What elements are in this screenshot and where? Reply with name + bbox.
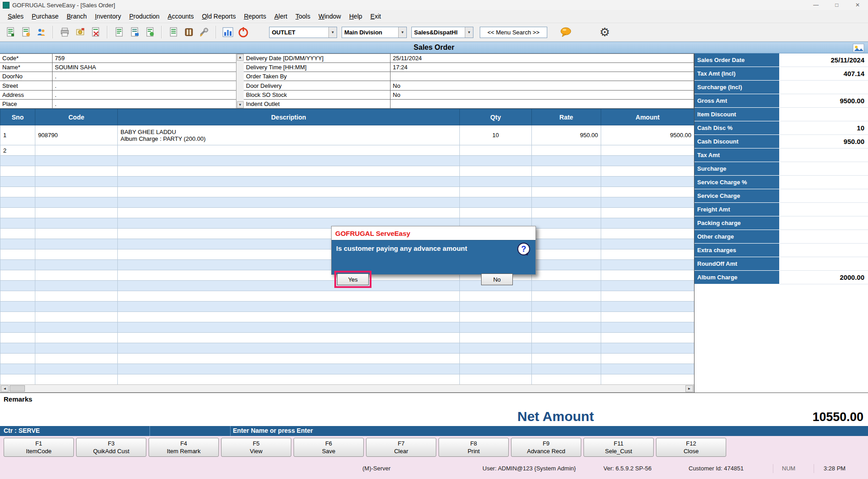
table-row-empty[interactable] bbox=[0, 302, 694, 312]
ledger-book-icon[interactable] bbox=[182, 25, 196, 39]
summary-value-packing-charge[interactable] bbox=[780, 216, 868, 230]
gear-icon[interactable]: ⚙ bbox=[598, 25, 612, 39]
printer-icon[interactable] bbox=[58, 25, 72, 39]
image-icon[interactable] bbox=[853, 43, 864, 54]
form-value-block-so-stock[interactable]: No bbox=[391, 91, 694, 100]
table-row-empty[interactable] bbox=[0, 291, 694, 302]
sales-return-icon[interactable] bbox=[19, 25, 33, 39]
table-row-empty[interactable] bbox=[0, 177, 694, 187]
form-value-delivery-time-hh-mm[interactable]: 17:24 bbox=[391, 63, 694, 72]
summary-value-cash-discount[interactable]: 950.00 bbox=[780, 135, 868, 148]
form-value-doorno[interactable]: . bbox=[53, 72, 244, 81]
table-row-empty[interactable] bbox=[0, 156, 694, 166]
menu-item-purchase[interactable]: Purchase bbox=[28, 11, 63, 22]
close-icon[interactable]: ✕ bbox=[847, 0, 868, 10]
sales-invoice-icon[interactable] bbox=[4, 25, 17, 39]
summary-value-surcharge-incl[interactable] bbox=[780, 81, 868, 94]
summary-value-tax-amt-incl[interactable]: 407.14 bbox=[780, 67, 868, 81]
summary-value-gross-amt[interactable]: 9500.00 bbox=[780, 94, 868, 108]
menu-item-accounts[interactable]: Accounts bbox=[164, 11, 198, 22]
chart-report-icon[interactable] bbox=[221, 25, 235, 39]
menu-search-box[interactable]: << Menu Search >> bbox=[480, 27, 547, 38]
function-key-f4[interactable]: F4Item Remark bbox=[149, 438, 219, 457]
summary-value-surcharge[interactable] bbox=[780, 162, 868, 176]
summary-value-tax-amt[interactable] bbox=[780, 148, 868, 162]
form-value-place[interactable]: . bbox=[53, 100, 244, 109]
function-key-f3[interactable]: F3QuikAdd Cust bbox=[76, 438, 146, 457]
table-row-empty[interactable] bbox=[0, 354, 694, 364]
summary-value-album-charge[interactable]: 2000.00 bbox=[780, 271, 868, 284]
form-value-indent-outlet[interactable] bbox=[391, 100, 694, 109]
form-value-name[interactable]: SOUMIN SAHA bbox=[53, 63, 244, 72]
power-exit-icon[interactable] bbox=[236, 25, 250, 39]
summary-value-roundoff-amt[interactable] bbox=[780, 257, 868, 271]
menu-item-help[interactable]: Help bbox=[345, 11, 366, 22]
scroll-down-icon[interactable]: ▼ bbox=[237, 101, 244, 108]
scroll-up-icon[interactable]: ▲ bbox=[237, 54, 244, 61]
form-value-code[interactable]: 759 bbox=[53, 54, 244, 63]
customers-icon[interactable] bbox=[34, 25, 48, 39]
summary-value-service-charge[interactable] bbox=[780, 189, 868, 203]
summary-value-extra-charges[interactable] bbox=[780, 244, 868, 257]
table-row-empty[interactable] bbox=[0, 364, 694, 374]
no-button[interactable]: No bbox=[481, 273, 513, 285]
menu-item-exit[interactable]: Exit bbox=[366, 11, 385, 22]
table-row-empty[interactable] bbox=[0, 374, 694, 385]
form-value-street[interactable]: . bbox=[53, 81, 244, 90]
table-row-empty[interactable] bbox=[0, 166, 694, 177]
form-value-order-taken-by[interactable] bbox=[391, 72, 694, 81]
minimize-icon[interactable]: — bbox=[805, 0, 826, 10]
menu-item-tools[interactable]: Tools bbox=[291, 11, 314, 22]
menu-item-reports[interactable]: Reports bbox=[240, 11, 270, 22]
order-entry-icon[interactable] bbox=[112, 25, 126, 39]
yes-button[interactable]: Yes bbox=[337, 273, 369, 285]
table-row-empty[interactable] bbox=[0, 322, 694, 333]
cancel-bill-icon[interactable] bbox=[89, 25, 102, 39]
tools-wrench-icon[interactable] bbox=[198, 25, 211, 39]
function-key-f9[interactable]: F9Advance Recd bbox=[511, 438, 581, 457]
summary-value-sales-order-date[interactable]: 25/11/2024 bbox=[780, 53, 868, 67]
form-value-delivery-date-dd-mm-yyyy[interactable]: 25/11/2024 bbox=[391, 54, 694, 63]
form-value-address[interactable]: . bbox=[53, 91, 244, 100]
menu-item-alert[interactable]: Alert bbox=[270, 11, 291, 22]
menu-item-window[interactable]: Window bbox=[314, 11, 345, 22]
form-value-door-delivery[interactable]: No bbox=[391, 81, 694, 90]
menu-item-old-reports[interactable]: Old Reports bbox=[198, 11, 240, 22]
stock-entry-icon[interactable] bbox=[167, 25, 180, 39]
function-key-f12[interactable]: F12Close bbox=[656, 438, 726, 457]
cash-collection-icon[interactable] bbox=[73, 25, 87, 39]
chevron-down-icon[interactable]: ▼ bbox=[398, 27, 406, 38]
division-select[interactable]: Main Division ▼ bbox=[342, 27, 407, 38]
quotation-icon[interactable] bbox=[143, 25, 157, 39]
menu-item-sales[interactable]: Sales bbox=[4, 11, 28, 22]
function-key-f1[interactable]: F1ItemCode bbox=[4, 438, 74, 457]
summary-value-freight-amt[interactable] bbox=[780, 203, 868, 216]
chevron-down-icon[interactable]: ▼ bbox=[465, 27, 473, 38]
table-row-empty[interactable] bbox=[0, 197, 694, 208]
scroll-left-icon[interactable]: ◄ bbox=[1, 385, 9, 392]
delivery-note-icon[interactable] bbox=[128, 25, 141, 39]
summary-value-cash-disc[interactable]: 10 bbox=[780, 121, 868, 135]
chevron-down-icon[interactable]: ▼ bbox=[328, 27, 337, 38]
scrollbar-thumb[interactable] bbox=[10, 385, 25, 392]
function-key-f5[interactable]: F5View bbox=[221, 438, 291, 457]
chat-icon[interactable] bbox=[559, 25, 573, 39]
summary-value-item-discount[interactable] bbox=[780, 108, 868, 121]
table-horizontal-scrollbar[interactable]: ◄ ► bbox=[0, 384, 694, 393]
table-row-empty[interactable] bbox=[0, 343, 694, 354]
function-key-f7[interactable]: F7Clear bbox=[366, 438, 436, 457]
remarks-section[interactable]: Remarks bbox=[0, 393, 868, 408]
table-row-empty[interactable] bbox=[0, 187, 694, 197]
outlet-select[interactable]: OUTLET ▼ bbox=[269, 27, 337, 38]
function-key-f8[interactable]: F8Print bbox=[439, 438, 509, 457]
summary-value-other-charge[interactable] bbox=[780, 230, 868, 244]
function-key-f11[interactable]: F11Sele_Cust bbox=[583, 438, 654, 457]
maximize-icon[interactable]: □ bbox=[826, 0, 847, 10]
table-row[interactable]: 1908790BABY GHEE LADDUAlbum Charge : PAR… bbox=[0, 125, 694, 145]
summary-value-service-charge[interactable] bbox=[780, 176, 868, 189]
table-row[interactable]: 2 bbox=[0, 145, 694, 156]
scroll-right-icon[interactable]: ► bbox=[685, 385, 693, 392]
sales-dispatch-select[interactable]: Sales&DispatHl ▼ bbox=[411, 27, 473, 38]
menu-item-inventory[interactable]: Inventory bbox=[91, 11, 125, 22]
table-row-empty[interactable] bbox=[0, 208, 694, 218]
